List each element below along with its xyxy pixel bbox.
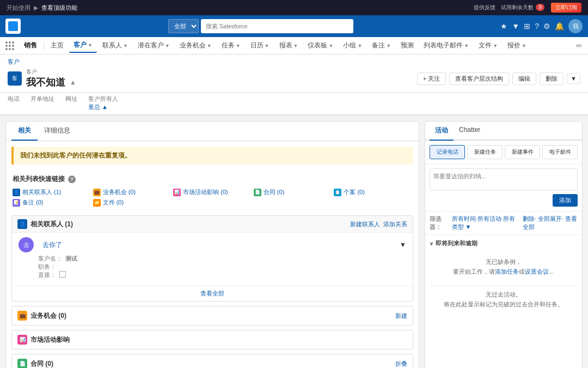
filter-links: 删除· 全部展开· 查看全部 — [523, 215, 578, 231]
app-name: 销售 — [20, 39, 41, 52]
app-grid-icon[interactable] — [5, 41, 14, 50]
quick-link-opps[interactable]: 💼 业务机会 (0) — [93, 188, 171, 196]
record-type: 客户 — [26, 68, 76, 76]
view-hierarchy-btn[interactable]: 查看客户层次结构 — [449, 73, 509, 85]
avatar[interactable]: 我 — [568, 19, 583, 33]
start-label: 开始使用 — [7, 4, 30, 12]
new-contact-btn[interactable]: 新建联系人 — [350, 220, 380, 228]
email-btn[interactable]: 电子邮件 — [542, 145, 578, 159]
menu-item-calendar[interactable]: 日历 ▼ — [246, 39, 274, 52]
new-opp-btn[interactable]: 新建 — [395, 312, 407, 320]
field-owner-value[interactable]: 童总 ▲ — [88, 103, 118, 111]
tab-details[interactable]: 详细信息 — [38, 122, 77, 141]
edit-btn[interactable]: 编辑 — [512, 73, 536, 85]
nav-bar: 全部 ★ ▼ ⊞ ? ⚙ 🔔 我 — [0, 15, 588, 37]
delete-btn[interactable]: 删除 — [540, 73, 564, 85]
menu-item-home[interactable]: 主页 — [46, 39, 68, 52]
menu-item-dashboard[interactable]: 仪表板 ▼ — [303, 39, 338, 52]
view-all-contacts[interactable]: 查看全部 — [12, 286, 413, 301]
upcoming-chevron[interactable]: ∨ — [430, 241, 433, 246]
menu-item-accounts[interactable]: 客户 ▼ — [69, 38, 97, 53]
field-website: 网址 — [65, 95, 77, 111]
search-container: 全部 — [25, 19, 496, 33]
menu-item-forecast[interactable]: 预测 — [396, 39, 418, 52]
tab-activity[interactable]: 活动 — [430, 122, 454, 141]
filter-dropdown[interactable]: 所有时间·所有活动·所有类型 ▼ — [452, 215, 520, 231]
right-panel: 活动 Chatter 记录电话 新建任务 新建事件 电子邮件 添加 筛选器： 所… — [425, 121, 583, 368]
settings-icon[interactable]: ⚙ — [543, 22, 550, 31]
contacts-section-header: 👤 相关联系人 (1) 新建联系人 添加关系 — [12, 216, 413, 233]
menu-item-opps[interactable]: 业务机会 ▼ — [175, 39, 216, 52]
contacts-actions: 新建联系人 添加关系 — [350, 220, 407, 228]
expand-all-link[interactable]: 全部展开 — [538, 215, 562, 222]
opportunity-title: 💼 业务机会 (0) — [17, 311, 66, 321]
campaign-header[interactable]: 📊 市场活动影响 — [12, 330, 413, 349]
quick-links-header: 相关列表快速链接 ? — [6, 170, 419, 186]
help-icon[interactable]: ? — [68, 176, 76, 183]
contract-header[interactable]: 📄 合同 (0) 折叠 — [12, 354, 413, 368]
empty-past-line1: 无过去活动。 — [434, 290, 573, 300]
grid-icon[interactable]: ⊞ — [524, 22, 530, 31]
quick-link-notes[interactable]: 📝 备注 (0) — [13, 198, 91, 207]
contact-expand-icon[interactable]: ▼ — [400, 241, 406, 249]
contact-name[interactable]: 去你了 — [42, 240, 62, 250]
add-task-link[interactable]: 添加任务 — [495, 268, 519, 275]
contacts-section-icon: 👤 — [17, 219, 27, 229]
menu-item-quotes[interactable]: 报价 ▼ — [503, 39, 531, 52]
direct-checkbox[interactable] — [59, 271, 66, 277]
opportunity-header[interactable]: 💼 业务机会 (0) 新建 — [12, 306, 413, 325]
trial-info: 试用剩余天数 9 — [501, 4, 546, 11]
feedback-btn[interactable]: 提供反馈 — [474, 4, 495, 11]
add-activity-btn[interactable]: 添加 — [553, 194, 578, 207]
menu-item-tasks[interactable]: 任务 ▼ — [217, 39, 245, 52]
menu-item-groups[interactable]: 小组 ▼ — [339, 39, 366, 52]
menu-item-email[interactable]: 列表电子邮件 ▼ — [419, 39, 473, 52]
activity-textarea[interactable] — [430, 168, 578, 190]
record-icon: 客 — [8, 71, 22, 86]
new-event-btn[interactable]: 新建事件 — [505, 145, 540, 159]
opp-title-label: 业务机会 (0) — [30, 311, 66, 321]
add-relation-btn[interactable]: 添加关系 — [383, 220, 407, 228]
contract-icon: 📄 — [17, 359, 27, 368]
quick-link-files[interactable]: 📁 文件 (0) — [93, 198, 171, 207]
contacts-icon: 👤 — [13, 189, 20, 196]
quick-link-contacts[interactable]: 👤 相关联系人 (1) — [13, 188, 91, 196]
salesforce-logo — [5, 19, 21, 34]
bell-icon[interactable]: 🔔 — [555, 22, 564, 31]
chevron-icon[interactable]: ▼ — [512, 22, 519, 31]
quick-link-cases[interactable]: 📋 个案 (0) — [334, 188, 412, 196]
menu-item-contacts[interactable]: 联系人 ▼ — [98, 39, 132, 52]
follow-btn[interactable]: + 关注 — [417, 73, 446, 85]
main-content: 相关 详细信息 我们未找到此客户的任何潜在重复项。 相关列表快速链接 ? 👤 相… — [0, 116, 588, 368]
direct-label: 直接： — [38, 271, 56, 279]
more-actions-btn[interactable]: ▼ — [567, 73, 580, 84]
menu-edit-icon[interactable]: ✏ — [576, 41, 583, 50]
menu-item-files[interactable]: 文件 ▼ — [474, 39, 502, 52]
feature-label[interactable]: 查看顶级功能 — [41, 4, 77, 12]
new-task-btn[interactable]: 新建任务 — [467, 145, 503, 159]
customer-label: 客户名： — [38, 255, 62, 263]
menu-item-notes[interactable]: 备注 ▼ — [367, 39, 395, 52]
set-meeting-link[interactable]: 设置会议 — [525, 268, 549, 275]
quick-link-contracts[interactable]: 📄 合同 (0) — [254, 188, 332, 196]
opportunity-section: 💼 业务机会 (0) 新建 — [11, 306, 413, 325]
field-owner-label: 客户所有人 — [88, 95, 118, 103]
record-name-suffix[interactable]: ▲ — [70, 79, 76, 86]
star-icon[interactable]: ★ — [500, 22, 507, 31]
help-icon[interactable]: ? — [535, 22, 539, 31]
contract-collapse-btn[interactable]: 折叠 — [395, 360, 407, 368]
empty-past-line2: 将在此处显示标记为完破的过去合并和任务。 — [434, 300, 573, 310]
contact-card: 去 去你了 ▼ 客户名： 测试 职务： — [12, 233, 413, 286]
tab-chatter[interactable]: Chatter — [454, 122, 486, 141]
subscribe-btn[interactable]: 立即订阅 — [551, 3, 581, 13]
quick-link-campaigns[interactable]: 📊 市场活动影响 (0) — [173, 188, 252, 196]
breadcrumb-label[interactable]: 客户 — [8, 58, 20, 66]
tab-related[interactable]: 相关 — [11, 122, 38, 141]
search-input[interactable] — [201, 19, 353, 33]
delete-filter-link[interactable]: 删除 — [523, 215, 535, 222]
log-call-btn[interactable]: 记录电话 — [430, 145, 465, 159]
search-scope-select[interactable]: 全部 — [168, 19, 199, 33]
record-title-row: 客 客户 我不知道 ▲ + 关注 查看客户层次结构 编辑 删除 ▼ — [8, 68, 580, 89]
menu-item-leads[interactable]: 潜在客户 ▼ — [133, 39, 174, 52]
menu-item-reports[interactable]: 报表 ▼ — [275, 39, 303, 52]
